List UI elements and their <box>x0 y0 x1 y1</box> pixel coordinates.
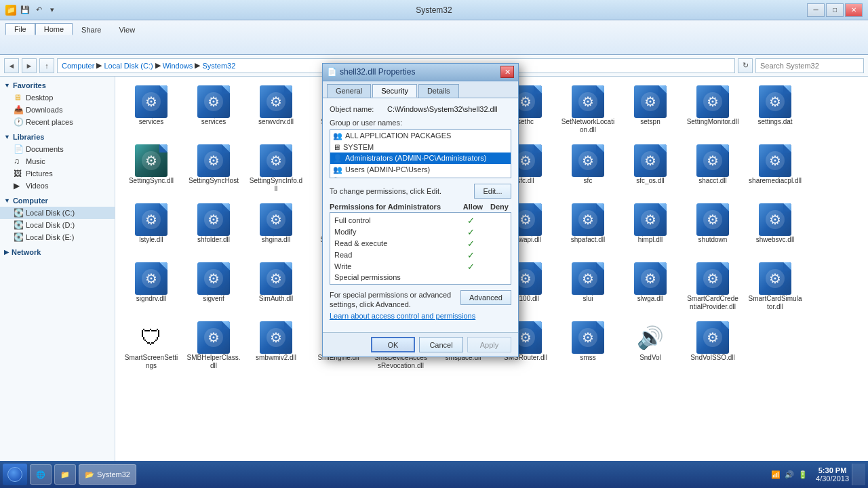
file-item[interactable]: ⚙ shacct.dll <box>682 141 743 199</box>
user-trustedinstaller[interactable]: 🔧 TrustedInstaller <box>330 176 511 178</box>
file-item[interactable]: ⚙ shutdown <box>682 200 743 258</box>
path-computer[interactable]: Computer <box>62 62 94 70</box>
access-control-link[interactable]: Learn about access control and permissio… <box>330 312 511 320</box>
tab-share[interactable]: Share <box>73 24 110 35</box>
sidebar-item-recent[interactable]: 🕐Recent places <box>0 116 115 128</box>
file-item[interactable]: ⚙ SMBHelperClass.dll <box>183 318 244 375</box>
tab-details[interactable]: Details <box>418 84 459 98</box>
restore-btn[interactable]: □ <box>826 3 844 17</box>
path-localdisk[interactable]: Local Disk (C:) <box>104 62 153 70</box>
file-item[interactable]: ⚙ SettingSync.dll <box>121 141 182 199</box>
user-users[interactable]: 👥 Users (ADMIN-PC\Users) <box>330 164 511 176</box>
back-btn[interactable]: ◄ <box>4 58 19 73</box>
sidebar-item-desktop[interactable]: 🖥Desktop <box>0 92 115 104</box>
explorer-taskbar-btn[interactable]: 📁 <box>54 464 76 485</box>
file-item[interactable]: ⚙ shwebsvc.dll <box>745 200 806 258</box>
sidebar-item-downloads[interactable]: 📥Downloads <box>0 104 115 116</box>
user-all-packages[interactable]: 👥 ALL APPLICATION PACKAGES <box>330 130 511 142</box>
file-item[interactable]: ⚙ SmartCardSimulator.dll <box>745 259 806 317</box>
file-item[interactable]: ⚙ lstyle.dll <box>121 200 182 258</box>
path-windows[interactable]: Windows <box>163 62 193 70</box>
file-item[interactable]: ⚙ slwga.dll <box>620 259 681 317</box>
tab-home[interactable]: Home <box>35 23 73 35</box>
sidebar-item-local-e[interactable]: 💽Local Disk (E:) <box>0 231 115 243</box>
gear-icon: ⚙ <box>270 211 282 228</box>
libraries-header[interactable]: ▼ Libraries <box>0 131 115 143</box>
system32-taskbar-btn[interactable]: 📂 System32 <box>79 464 136 485</box>
network-header[interactable]: ▶ Network <box>0 246 115 258</box>
tab-view[interactable]: View <box>110 24 144 35</box>
group-label: Group or user names: <box>330 119 511 127</box>
file-item[interactable]: ⚙ shgina.dll <box>245 200 307 258</box>
user-system[interactable]: 🖥 SYSTEM <box>330 142 511 152</box>
user-administrators[interactable]: 👤 Administrators (ADMIN-PC\Administrator… <box>330 152 511 164</box>
search-input[interactable] <box>760 62 859 70</box>
file-item[interactable]: ⚙ shfolder.dll <box>183 200 244 258</box>
file-item[interactable]: ⚙ slui <box>557 259 618 317</box>
clock[interactable]: 5:30 PM 4/30/2013 <box>816 466 849 483</box>
advanced-btn[interactable]: Advanced <box>460 290 511 305</box>
cancel-btn[interactable]: Cancel <box>419 337 463 352</box>
sidebar-item-local-c[interactable]: 💽Local Disk (C:) <box>0 207 115 219</box>
network-label: Network <box>12 248 41 256</box>
file-item[interactable]: ⚙ sfc <box>557 141 618 199</box>
file-item[interactable]: ⚙ sigverif <box>183 259 244 317</box>
refresh-btn[interactable]: ↻ <box>738 58 753 73</box>
sidebar-item-music[interactable]: ♫Music <box>0 155 115 167</box>
file-item[interactable]: ⚙ SndVolSSO.dll <box>682 318 743 375</box>
file-item[interactable]: ⚙ smbwmiv2.dll <box>245 318 307 375</box>
edit-btn[interactable]: Edit... <box>474 184 511 199</box>
ie-taskbar-btn[interactable]: 🌐 <box>30 464 52 485</box>
favorites-header[interactable]: ▼ Favorites <box>0 79 115 92</box>
start-button[interactable] <box>3 464 27 485</box>
gear-icon: ⚙ <box>644 211 656 228</box>
show-desktop-btn[interactable] <box>852 464 865 485</box>
file-item[interactable]: ⚙ sfc_os.dll <box>620 141 681 199</box>
file-item[interactable]: ⚙ himpl.dll <box>620 200 681 258</box>
file-item[interactable]: 🔊 SndVol <box>620 318 681 375</box>
dialog-close-btn[interactable]: ✕ <box>500 66 514 78</box>
user-trusted-icon: 🔧 <box>333 177 342 178</box>
sidebar-item-local-d[interactable]: 💽Local Disk (D:) <box>0 219 115 231</box>
computer-header[interactable]: ▼ Computer <box>0 195 115 207</box>
file-item[interactable]: ⚙ SettingSyncHost <box>183 141 244 199</box>
search-box[interactable] <box>755 58 864 73</box>
file-item[interactable]: ⚙ settings.dat <box>745 82 806 140</box>
file-item[interactable]: ⚙ SetNetworkLocation.dll <box>557 82 618 140</box>
file-item[interactable]: ⚙ SimAuth.dll <box>245 259 307 317</box>
user-list[interactable]: 👥 ALL APPLICATION PACKAGES 🖥 SYSTEM 👤 Ad… <box>330 129 511 178</box>
tab-file[interactable]: File <box>5 23 35 35</box>
file-item[interactable]: ⚙ smss <box>557 318 618 375</box>
sidebar-item-documents[interactable]: 📄Documents <box>0 143 115 155</box>
dialog-titlebar: 📄 shell32.dll Properties ✕ <box>323 64 518 81</box>
file-icon-inner: ⚙ <box>641 210 660 229</box>
file-item[interactable]: ⚙ setspn <box>620 82 681 140</box>
up-btn[interactable]: ↑ <box>39 58 54 73</box>
path-system32[interactable]: System32 <box>202 62 235 70</box>
file-item[interactable]: ⚙ sharemediacpl.dll <box>745 141 806 199</box>
file-item[interactable]: 🛡 SmartScreenSettings <box>121 318 182 375</box>
close-btn[interactable]: ✕ <box>845 3 863 17</box>
file-item[interactable]: ⚙ signdrv.dll <box>121 259 182 317</box>
permissions-for-label: Permissions for Administrators <box>330 203 441 211</box>
sidebar-item-pictures[interactable]: 🖼Pictures <box>0 167 115 180</box>
apply-btn[interactable]: Apply <box>467 337 511 352</box>
file-item[interactable]: ⚙ SettingMonitor.dll <box>682 82 743 140</box>
file-item[interactable]: ⚙ services <box>183 82 244 140</box>
minimize-btn[interactable]: ─ <box>807 3 825 17</box>
ok-btn[interactable]: OK <box>371 337 415 352</box>
tab-security[interactable]: Security <box>372 84 417 98</box>
sidebar-item-videos[interactable]: ▶Videos <box>0 180 115 192</box>
forward-btn[interactable]: ► <box>22 58 37 73</box>
file-item[interactable]: ⚙ shpafact.dll <box>557 200 618 258</box>
file-item[interactable]: ⚙ serwvdrv.dll <box>245 82 307 140</box>
file-icon-wrapper: ⚙ <box>197 85 230 118</box>
undo-quick-btn[interactable]: ↶ <box>33 4 45 16</box>
customize-quick-btn[interactable]: ▾ <box>46 4 58 16</box>
file-item[interactable]: ⚙ SmartCardCredentialProvider.dll <box>682 259 743 317</box>
tab-general[interactable]: General <box>327 84 371 98</box>
file-item[interactable]: ⚙ SettingSyncInfo.dll <box>245 141 307 199</box>
save-quick-btn[interactable]: 💾 <box>19 4 31 16</box>
file-item[interactable]: ⚙ services <box>121 82 182 140</box>
file-icon-blue: ⚙ <box>260 203 292 236</box>
